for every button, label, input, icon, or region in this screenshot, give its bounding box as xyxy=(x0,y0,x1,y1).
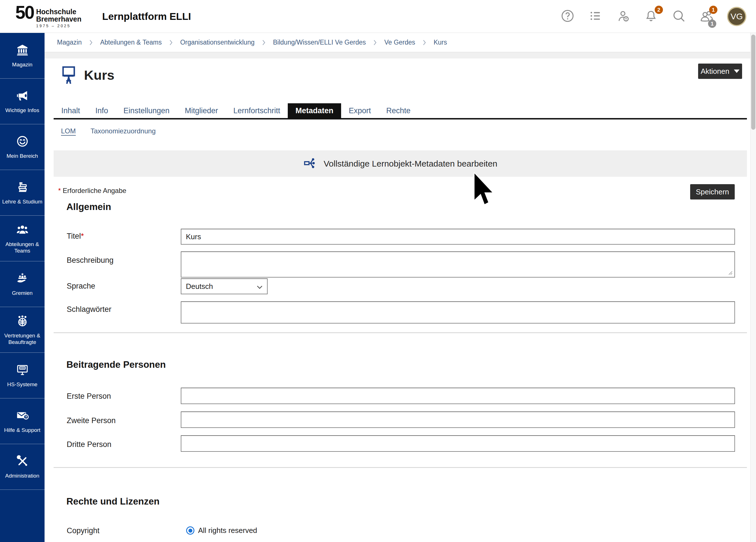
tab-inhalt[interactable]: Inhalt xyxy=(54,103,88,118)
required-hint: * Erforderliche Angabe xyxy=(58,187,126,195)
subtab-taxonomiezuordnung[interactable]: Taxonomiezuordnung xyxy=(91,127,156,135)
sidebar-item-wichtige-infos[interactable]: Wichtige Infos xyxy=(0,79,45,124)
main-menu-button[interactable] xyxy=(588,9,603,24)
copyright-radio-option[interactable]: All rights reserved xyxy=(186,526,257,535)
save-button[interactable]: Speichern xyxy=(690,184,735,199)
logo-50: 50 xyxy=(15,3,34,22)
help-icon xyxy=(560,9,575,24)
sidebar-item-label: Abteilungen & Teams xyxy=(2,241,43,254)
actions-button[interactable]: Aktionen xyxy=(698,64,742,79)
sidebar-item-gremien[interactable]: Gremien xyxy=(0,261,45,307)
dritte-person-input[interactable] xyxy=(181,435,735,452)
field-label-zweite-person: Zweite Person xyxy=(67,416,116,425)
sidebar-item-mein-bereich[interactable]: Mein Bereich xyxy=(0,124,45,170)
sidebar-item-magazin[interactable]: Magazin xyxy=(0,33,45,79)
section-title-allgemein: Allgemein xyxy=(66,201,111,212)
breadcrumb-item[interactable]: Ve Gerdes xyxy=(384,39,415,46)
chevron-right-icon xyxy=(423,40,426,45)
chevron-right-icon xyxy=(373,40,377,45)
tab-rechte[interactable]: Rechte xyxy=(379,103,418,118)
titel-input[interactable] xyxy=(181,229,735,245)
tab-einstellungen[interactable]: Einstellungen xyxy=(116,103,177,118)
breadcrumb-divider xyxy=(45,52,756,58)
mouse-cursor xyxy=(473,172,497,209)
beschreibung-textarea[interactable] xyxy=(181,251,735,278)
tab-export[interactable]: Export xyxy=(341,103,379,118)
sidebar-item-label: HS-Systeme xyxy=(7,381,37,388)
help-button[interactable] xyxy=(560,9,575,24)
sidebar-item-lehre-studium[interactable]: Lehre & Studium xyxy=(0,170,45,216)
sprache-select[interactable]: Deutsch xyxy=(181,278,268,294)
breadcrumb-item[interactable]: Bildung/Wissen/ELLI Ve Gerdes xyxy=(273,39,366,46)
sidebar-item-hilfe-support[interactable]: ? Hilfe & Support xyxy=(0,398,45,444)
breadcrumb-item[interactable]: Organisationsentwicklung xyxy=(180,39,255,46)
subtab-bar: LOM Taxonomiezuordnung xyxy=(61,127,156,135)
edit-full-metadata-label: Vollständige Lernobjekt-Metadaten bearbe… xyxy=(324,159,497,169)
app-title: Lernplattform ELLI xyxy=(102,0,191,33)
tab-lernfortschritt[interactable]: Lernfortschritt xyxy=(226,103,288,118)
contacts-badge-new: 1 xyxy=(709,6,717,14)
breadcrumb-item[interactable]: Abteilungen & Teams xyxy=(100,39,162,46)
scrollbar-track[interactable] xyxy=(750,33,756,542)
app-header: 50 Hochschule Bremerhaven 1975 – 2025 Le… xyxy=(0,0,756,33)
search-button[interactable] xyxy=(671,9,686,24)
scrollbar-thumb[interactable] xyxy=(751,35,755,130)
sidebar-item-label: Magazin xyxy=(12,61,33,68)
page-title: Kurs xyxy=(84,64,114,86)
field-label-erste-person: Erste Person xyxy=(67,392,111,401)
search-icon xyxy=(672,9,686,24)
breadcrumb-item-current[interactable]: Kurs xyxy=(434,39,447,46)
contacts-badge-total: 1 xyxy=(708,20,716,28)
sidebar-item-label: Gremien xyxy=(12,290,33,296)
sidebar: Magazin Wichtige Infos Mein Bereich Lehr… xyxy=(0,33,45,542)
sidebar-item-label: Administration xyxy=(5,472,39,479)
chevron-down-icon xyxy=(257,282,263,291)
required-marker: * xyxy=(81,232,84,240)
list-icon xyxy=(588,9,602,24)
sidebar-item-hs-systeme[interactable]: HS-Systeme xyxy=(0,353,45,398)
tab-mitglieder[interactable]: Mitglieder xyxy=(177,103,226,118)
contacts-button[interactable]: 1 1 xyxy=(699,9,714,24)
logo-name-line1: Hochschule xyxy=(36,8,81,15)
avatar[interactable]: VG xyxy=(727,7,746,26)
sidebar-item-label: Hilfe & Support xyxy=(4,427,41,433)
breadcrumb-item[interactable]: Magazin xyxy=(57,39,82,46)
sidebar-item-label: Mein Bereich xyxy=(7,153,38,159)
notifications-button[interactable]: 2 xyxy=(644,9,658,24)
people-group-icon xyxy=(16,223,29,237)
university-logo[interactable]: 50 Hochschule Bremerhaven 1975 – 2025 xyxy=(15,3,81,28)
actions-button-label: Aktionen xyxy=(701,67,729,76)
tab-info[interactable]: Info xyxy=(88,103,116,118)
edit-full-metadata-banner[interactable]: Vollständige Lernobjekt-Metadaten bearbe… xyxy=(54,150,747,177)
schlagwoerter-input[interactable] xyxy=(181,301,735,323)
books-icon xyxy=(16,180,29,195)
field-label-copyright: Copyright xyxy=(67,526,100,535)
sidebar-item-label: Vertretungen & Beauftragte xyxy=(2,332,43,345)
tab-bar: Inhalt Info Einstellungen Mitglieder Ler… xyxy=(54,103,747,119)
section-divider xyxy=(54,332,747,333)
assembly-icon xyxy=(16,272,29,286)
sidebar-item-abteilungen-teams[interactable]: Abteilungen & Teams xyxy=(0,216,45,261)
tools-icon xyxy=(16,455,29,469)
megaphone-icon xyxy=(16,89,29,103)
monitor-icon xyxy=(16,363,29,377)
field-label-dritte-person: Dritte Person xyxy=(67,440,112,449)
chevron-right-icon xyxy=(89,40,93,45)
user-status-icon xyxy=(616,9,630,24)
chevron-right-icon xyxy=(262,40,265,45)
sidebar-item-administration[interactable]: Administration xyxy=(0,444,45,490)
zweite-person-input[interactable] xyxy=(181,411,735,428)
subtab-lom[interactable]: LOM xyxy=(61,127,76,135)
course-icon xyxy=(60,64,78,87)
radio-selected-icon[interactable] xyxy=(186,526,194,535)
section-divider xyxy=(54,467,747,468)
user-status-button[interactable] xyxy=(616,9,631,24)
svg-text:?: ? xyxy=(25,415,27,419)
resize-grip-icon[interactable] xyxy=(728,270,732,276)
field-label-beschreibung: Beschreibung xyxy=(67,256,114,265)
tab-metadaten[interactable]: Metadaten xyxy=(288,103,341,118)
erste-person-input[interactable] xyxy=(181,388,735,404)
sidebar-item-vertretungen-beauftragte[interactable]: Vertretungen & Beauftragte xyxy=(0,307,45,353)
mail-question-icon: ? xyxy=(16,409,29,423)
copyright-option-label: All rights reserved xyxy=(198,526,257,535)
